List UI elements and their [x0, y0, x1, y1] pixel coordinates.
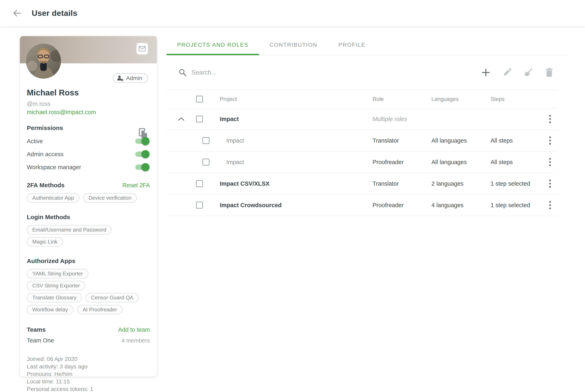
permission-row: Active: [27, 135, 150, 148]
table-row: Impact CSV/XLSXTranslator2 languages1 st…: [166, 173, 558, 194]
toggle-admin-access[interactable]: [135, 152, 148, 157]
add-to-team-link[interactable]: Add to team: [118, 326, 150, 333]
login-methods-heading: Login Methods: [27, 214, 150, 220]
permission-label-active: Active: [27, 138, 43, 144]
delete-button[interactable]: [544, 68, 554, 78]
pencil-icon: [502, 68, 512, 77]
row-checkbox[interactable]: [196, 202, 203, 208]
row-checkbox[interactable]: [202, 137, 210, 144]
column-header-project: Project: [220, 96, 237, 102]
chip-magic-link: Magic Link: [27, 237, 63, 246]
project-name: Impact CSV/XLSX: [220, 180, 270, 187]
admin-user-icon: [117, 75, 124, 81]
login-methods-chip-list: Email/Username and PasswordMagic Link: [27, 225, 150, 246]
trash-icon: [545, 68, 554, 78]
reset-2fa-link[interactable]: Reset 2FA: [122, 182, 150, 189]
team-member-count: 4 members: [122, 337, 150, 344]
row-menu-button[interactable]: [546, 179, 554, 188]
avatar: [26, 44, 61, 78]
tab-profile[interactable]: PROFILE: [328, 36, 376, 55]
select-all-checkbox[interactable]: [196, 96, 203, 102]
kebab-menu-icon: [549, 179, 551, 188]
row-menu-button[interactable]: [546, 158, 554, 166]
column-header-languages: Languages: [432, 96, 459, 102]
project-name: Impact: [220, 116, 239, 122]
chip-email-username-and-password: Email/Username and Password: [27, 225, 112, 234]
user-meta-info: Joined: 06 Apr 2020Last activity: 3 days…: [27, 355, 150, 392]
authorized-apps-heading: Authorized Apps: [27, 258, 150, 264]
permission-row: Admin access: [27, 148, 150, 161]
role-cell: Translator: [372, 180, 399, 187]
admin-role-badge: Admin: [113, 73, 148, 83]
search-bar: [166, 55, 569, 90]
chevron-up-icon: [178, 117, 185, 121]
kebab-menu-icon: [549, 136, 551, 145]
back-arrow-icon: [12, 9, 22, 18]
top-app-bar: User details: [0, 0, 585, 26]
edit-button[interactable]: [502, 68, 512, 78]
permissions-heading: Permissions: [27, 124, 150, 132]
column-header-steps: Steps: [490, 96, 504, 102]
clean-button[interactable]: [523, 68, 533, 78]
collapse-row-button[interactable]: [177, 114, 186, 124]
role-cell: Proofreader: [372, 202, 404, 208]
permission-label-admin-access: Admin access: [27, 151, 64, 158]
add-row-button[interactable]: [481, 68, 491, 78]
steps-cell: All steps: [490, 137, 513, 144]
tab-bar: PROJECTS AND ROLESCONTRIBUTIONPROFILE: [166, 36, 569, 55]
languages-cell: 2 languages: [432, 180, 464, 187]
role-cell: Multiple roles: [372, 116, 407, 122]
table-body: ImpactMultiple rolesImpactTranslatorAll …: [166, 108, 558, 216]
row-menu-button[interactable]: [546, 201, 554, 210]
permissions-list: ActiveAdmin accessWorkspace manager: [27, 135, 150, 174]
project-name: Impact: [226, 159, 244, 166]
chip-csv-string-exporter: CSV String Exporter: [27, 281, 85, 290]
row-checkbox[interactable]: [196, 180, 203, 187]
row-checkbox[interactable]: [202, 159, 210, 166]
toggle-workspace-manager[interactable]: [135, 164, 148, 170]
send-email-button[interactable]: [136, 43, 148, 54]
kebab-menu-icon: [549, 158, 551, 166]
meta-line: Pronouns: He/him: [27, 370, 150, 378]
chip-device-verification: Device verification: [83, 193, 137, 203]
team-row: Team One4 members: [27, 337, 150, 344]
row-menu-button[interactable]: [546, 114, 554, 124]
broom-icon: [523, 68, 533, 78]
languages-cell: 4 languages: [432, 202, 464, 208]
steps-cell: 1 step selected: [490, 180, 530, 187]
chip-censor-guard-qa: Censor Guard QA: [86, 293, 139, 302]
tab-contribution[interactable]: CONTRIBUTION: [259, 36, 328, 55]
kebab-menu-icon: [549, 115, 551, 123]
permission-label-workspace-manager: Workspace manager: [27, 164, 81, 170]
user-email-link[interactable]: michael.ross@impact.com: [27, 109, 96, 116]
steps-cell: All steps: [490, 159, 513, 166]
column-header-role: Role: [372, 96, 384, 102]
project-name: Impact Crowdsourced: [220, 202, 282, 208]
chip-translate-glossary: Translate Glossary: [27, 293, 82, 302]
tab-projects-and-roles[interactable]: PROJECTS AND ROLES: [166, 36, 259, 55]
page-title: User details: [32, 9, 78, 18]
languages-cell: All languages: [432, 159, 467, 166]
teams-list: Team One4 members: [27, 337, 150, 344]
user-profile-card: Admin Michael Ross @m.ross michael.ross@…: [20, 36, 157, 376]
permission-row: Workspace manager: [27, 161, 150, 174]
table-row: ImpactTranslatorAll languagesAll steps: [166, 130, 558, 152]
row-checkbox[interactable]: [196, 116, 203, 122]
row-menu-button[interactable]: [546, 136, 554, 145]
copy-icon: [138, 128, 148, 139]
authorized-apps-chip-list: YAML String ExporterCSV String ExporterT…: [27, 269, 140, 314]
twofa-heading: 2FA Methods: [27, 182, 64, 189]
meta-line: Local time: 11:15: [27, 378, 150, 385]
meta-line: Joined: 06 Apr 2020: [27, 355, 150, 363]
main-panel: PROJECTS AND ROLESCONTRIBUTIONPROFILE: [166, 36, 569, 216]
toggle-active[interactable]: [135, 138, 148, 144]
user-handle: @m.ross: [27, 100, 150, 107]
chip-workflow-delay: Workflow delay: [27, 305, 74, 314]
table-row: ImpactMultiple roles: [166, 108, 558, 130]
back-button[interactable]: [12, 8, 23, 19]
search-input[interactable]: [191, 69, 481, 76]
table-header-row: Project Role Languages Steps: [166, 90, 558, 108]
teams-heading: Teams: [27, 326, 46, 333]
envelope-icon: [139, 46, 146, 52]
chip-authenticator-app: Authenticator App: [27, 193, 80, 203]
